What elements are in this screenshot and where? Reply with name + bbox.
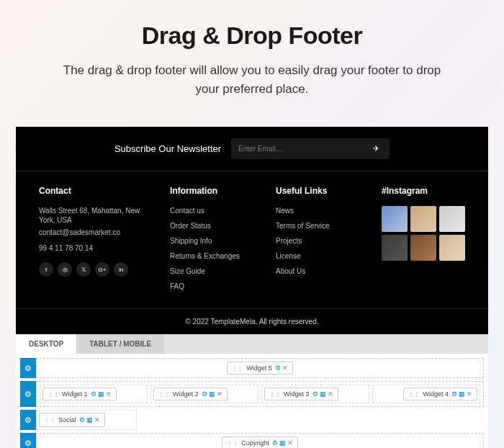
copyright-text: © 2022 TemplateMela. All rights reserved…: [16, 308, 488, 334]
widget-label: Widget 2: [173, 390, 199, 398]
close-icon[interactable]: ✕: [287, 439, 293, 447]
facebook-icon[interactable]: f: [39, 262, 53, 277]
widget-label: Widget 5: [246, 364, 272, 372]
gear-icon[interactable]: ⚙: [451, 390, 457, 398]
gear-icon: ⚙: [24, 390, 32, 399]
widget-label: Widget 4: [423, 390, 449, 398]
send-icon: ✈: [373, 144, 379, 153]
widget-label: Widget 1: [62, 390, 88, 398]
instagram-thumb[interactable]: [410, 206, 436, 232]
duplicate-icon[interactable]: ▦: [209, 390, 215, 398]
tab-desktop[interactable]: DESKTOP: [16, 334, 76, 354]
instagram-thumb[interactable]: [382, 206, 408, 232]
close-icon[interactable]: ✕: [282, 364, 288, 372]
drag-icon: ⋮⋮: [227, 440, 238, 447]
information-heading: Information: [170, 186, 254, 196]
row-settings-button[interactable]: ⚙: [20, 358, 36, 378]
linkedin-icon[interactable]: in: [114, 262, 128, 277]
contact-email: contact@sadesmarket.co: [39, 228, 148, 237]
drag-icon: ⋮⋮: [48, 391, 59, 398]
page-subtitle: The drag & drop footer will allow you to…: [58, 61, 446, 98]
device-tabs: DESKTOP TABLET / MOBILE: [16, 334, 488, 354]
builder-row: ⚙ ⋮⋮Social⚙▦✕: [20, 410, 484, 430]
footer-builder: DESKTOP TABLET / MOBILE ⚙ ⋮⋮ Widget 5 ⚙✕…: [16, 334, 488, 448]
builder-row: ⚙ ⋮⋮ Widget 5 ⚙✕: [20, 358, 484, 378]
info-link[interactable]: Contact us: [170, 206, 254, 215]
gear-icon[interactable]: ⚙: [272, 439, 278, 447]
contact-heading: Contact: [39, 186, 148, 196]
duplicate-icon[interactable]: ▦: [459, 390, 465, 398]
newsletter-email-input[interactable]: [231, 139, 363, 158]
widget-chip[interactable]: ⋮⋮Copyright⚙▦✕: [222, 436, 298, 448]
footer-col-information: Information Contact us Order Status Ship…: [170, 186, 254, 297]
gear-icon[interactable]: ⚙: [202, 390, 207, 398]
widget-label: Copyright: [241, 439, 269, 447]
info-link[interactable]: Shipping Info: [170, 236, 254, 246]
close-icon[interactable]: ✕: [106, 390, 112, 398]
gear-icon: ⚙: [24, 416, 32, 425]
twitter-icon[interactable]: 𝕏: [76, 262, 91, 277]
useful-link[interactable]: News: [276, 206, 360, 215]
info-link[interactable]: Returns & Exchanges: [170, 251, 254, 261]
footer-col-instagram: #Instagram: [382, 186, 465, 297]
builder-row: ⚙ ⋮⋮Widget 1⚙▦✕ ⋮⋮Widget 2⚙▦✕ ⋮⋮Widget 3…: [20, 381, 484, 407]
widget-chip[interactable]: ⋮⋮ Widget 5 ⚙✕: [227, 362, 293, 375]
widget-chip[interactable]: ⋮⋮Widget 2⚙▦✕: [153, 387, 228, 400]
drag-icon: ⋮⋮: [269, 391, 281, 398]
footer-preview: Subscribe Our Newsletter ✈ Contact Walls…: [16, 127, 488, 334]
useful-heading: Useful Links: [276, 186, 360, 196]
page-title: Drag & Drop Footer: [36, 22, 468, 50]
drag-icon: ⋮⋮: [232, 365, 243, 372]
googleplus-icon[interactable]: G+: [95, 262, 109, 277]
tab-tablet-mobile[interactable]: TABLET / MOBILE: [76, 334, 164, 354]
row-settings-button[interactable]: ⚙: [20, 410, 36, 430]
gear-icon: ⚙: [24, 439, 32, 448]
footer-col-contact: Contact Walls Street 68, Mahattan, New Y…: [39, 186, 148, 297]
close-icon[interactable]: ✕: [328, 390, 333, 398]
useful-link[interactable]: License: [276, 251, 360, 261]
row-settings-button[interactable]: ⚙: [20, 381, 36, 407]
drag-icon: ⋮⋮: [158, 391, 170, 398]
useful-link[interactable]: About Us: [276, 266, 360, 276]
drag-icon: ⋮⋮: [408, 391, 420, 398]
builder-row: ⚙ ⋮⋮Copyright⚙▦✕: [20, 433, 484, 448]
duplicate-icon[interactable]: ▦: [98, 390, 104, 398]
instagram-thumb[interactable]: [439, 206, 465, 232]
gear-icon[interactable]: ⚙: [79, 416, 85, 424]
useful-link[interactable]: Terms of Service: [276, 221, 360, 230]
instagram-thumb[interactable]: [439, 235, 465, 261]
info-link[interactable]: FAQ: [170, 282, 254, 291]
duplicate-icon[interactable]: ▦: [320, 390, 326, 398]
gear-icon: ⚙: [24, 364, 32, 373]
instagram-thumb[interactable]: [410, 235, 436, 261]
close-icon[interactable]: ✕: [217, 390, 222, 398]
newsletter-label: Subscribe Our Newsletter: [114, 143, 221, 154]
widget-label: Widget 3: [284, 390, 310, 398]
contact-phone: 99 4 11 78 70 14: [39, 244, 148, 252]
newsletter-bar: Subscribe Our Newsletter ✈: [16, 127, 488, 171]
row-settings-button[interactable]: ⚙: [20, 433, 36, 448]
info-link[interactable]: Order Status: [170, 221, 254, 230]
gear-icon[interactable]: ⚙: [91, 390, 96, 398]
contact-address: Walls Street 68, Mahattan, New York, USA: [39, 206, 148, 225]
instagram-thumb[interactable]: [382, 235, 408, 261]
duplicate-icon[interactable]: ▦: [279, 439, 286, 447]
gear-icon[interactable]: ⚙: [312, 390, 318, 398]
widget-chip[interactable]: ⋮⋮Social⚙▦✕: [39, 413, 105, 427]
instagram-heading: #Instagram: [382, 186, 465, 196]
widget-chip[interactable]: ⋮⋮Widget 4⚙▦✕: [403, 387, 477, 400]
newsletter-input-group: ✈: [231, 138, 390, 159]
useful-link[interactable]: Projects: [276, 236, 360, 246]
duplicate-icon[interactable]: ▦: [86, 416, 93, 424]
widget-chip[interactable]: ⋮⋮Widget 3⚙▦✕: [264, 387, 338, 400]
widget-chip[interactable]: ⋮⋮Widget 1⚙▦✕: [42, 387, 117, 400]
newsletter-submit-button[interactable]: ✈: [363, 138, 390, 159]
info-link[interactable]: Size Guide: [170, 266, 254, 276]
gear-icon[interactable]: ⚙: [275, 364, 281, 372]
drag-icon: ⋮⋮: [44, 417, 55, 424]
close-icon[interactable]: ✕: [467, 390, 472, 398]
instagram-icon[interactable]: ◎: [58, 262, 72, 277]
widget-label: Social: [58, 416, 76, 424]
footer-col-useful: Useful Links News Terms of Service Proje…: [276, 186, 360, 297]
close-icon[interactable]: ✕: [94, 416, 100, 424]
